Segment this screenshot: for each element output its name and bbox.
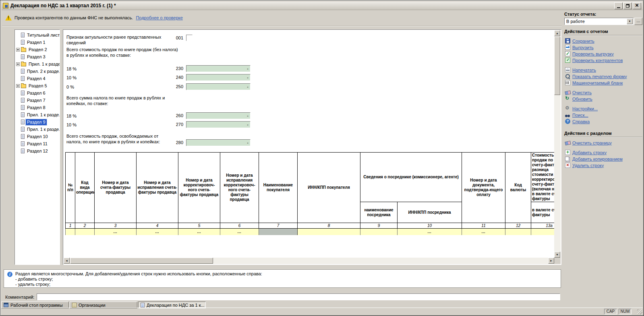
- field-260[interactable]: -: [186, 112, 251, 119]
- col-header-9: наименование посредника: [360, 202, 398, 223]
- cell-1[interactable]: [66, 229, 75, 235]
- status-choose-button[interactable]: [634, 18, 642, 25]
- export-icon: [565, 45, 570, 50]
- report-status-combobox[interactable]: В работе: [564, 18, 634, 25]
- scroll-left-button[interactable]: [64, 258, 70, 264]
- tree-item-pril-1-k-razdelu-8[interactable]: Прил. 1 к разде...: [15, 111, 60, 118]
- tree-item-razdel-8[interactable]: Раздел 8: [15, 104, 60, 111]
- folder-icon: [21, 62, 26, 66]
- col-header-6: Номер и дата исправления корректировоч-н…: [220, 153, 259, 223]
- save-icon: [565, 38, 570, 43]
- horizontal-scroll-thumb[interactable]: [70, 258, 213, 264]
- field-240[interactable]: -: [186, 74, 251, 81]
- cell-11[interactable]: [462, 229, 505, 235]
- cell-12[interactable]: [505, 229, 531, 235]
- col-header-4: Номер и дата исправления счета-фактуры п…: [137, 153, 178, 223]
- chevron-down-icon[interactable]: [627, 19, 633, 24]
- group1-title: Всего стоимость продаж по книге продаж (…: [66, 47, 179, 58]
- cell-9[interactable]: [360, 229, 398, 235]
- vertical-scrollbar[interactable]: [554, 30, 561, 258]
- tree-item-razdel-9[interactable]: Раздел 9: [15, 118, 60, 126]
- horizontal-scrollbar[interactable]: [64, 258, 554, 264]
- action-settings[interactable]: Настройки...: [572, 106, 598, 111]
- tree-item-razdel-2[interactable]: Раздел 2: [15, 46, 60, 53]
- action-add-row[interactable]: Добавить строку: [572, 150, 607, 155]
- tree-item-label: Прил. 1 к разде...: [26, 126, 60, 132]
- col-number: 13а: [531, 223, 555, 229]
- cell-13a[interactable]: [531, 229, 555, 235]
- col-header-8: ИНН/КПП покупателя: [298, 153, 360, 223]
- tree-item-razdel-10[interactable]: Раздел 10: [15, 133, 60, 140]
- action-save[interactable]: Сохранить: [572, 39, 594, 43]
- action-export[interactable]: Выгрузить: [572, 45, 594, 50]
- action-add-row-copy[interactable]: Добавить копированием: [572, 157, 623, 161]
- action-check-upload[interactable]: Проверить выгрузку: [572, 52, 614, 56]
- tab-label: Декларация по НДС за 1 к...: [147, 303, 205, 308]
- folder-icon: [21, 48, 26, 52]
- scroll-up-button[interactable]: [554, 30, 560, 36]
- action-refresh[interactable]: Обновить: [572, 97, 592, 101]
- action-check-contractors[interactable]: Проверить контрагентов: [572, 58, 623, 63]
- tree-item-razdel-5[interactable]: Раздел 5: [15, 82, 60, 89]
- vertical-scroll-thumb[interactable]: [554, 37, 560, 95]
- action-delete-row[interactable]: Удалить строку: [572, 163, 604, 168]
- field-250[interactable]: -: [186, 83, 251, 90]
- col-number: 7: [259, 223, 298, 229]
- field-230[interactable]: -: [186, 65, 251, 72]
- tree-item-razdel-6[interactable]: Раздел 6: [15, 89, 60, 97]
- tree-item-razdel-11[interactable]: Раздел 11: [15, 140, 60, 147]
- field-280[interactable]: -: [186, 139, 251, 146]
- tree-item-razdel-12[interactable]: Раздел 12: [15, 147, 60, 155]
- action-help[interactable]: Справка: [572, 119, 590, 124]
- cell-4[interactable]: [137, 229, 178, 235]
- action-clear-page[interactable]: Очистить страницу: [572, 140, 612, 145]
- warning-details-link[interactable]: Подробнее о проверке: [136, 15, 182, 20]
- expand-icon[interactable]: [16, 48, 20, 52]
- tree-item-razdel-1[interactable]: Раздел 1: [15, 39, 60, 46]
- document-icon: [21, 134, 25, 139]
- resize-grip[interactable]: [637, 309, 642, 314]
- title-bar[interactable]: Декларация по НДС за 1 квартал 2015 г. (…: [2, 2, 642, 10]
- report-icon: [141, 303, 145, 308]
- report-status-value: В работе: [566, 19, 585, 24]
- cell-3[interactable]: [95, 229, 137, 235]
- expand-icon[interactable]: [16, 62, 20, 66]
- tree-item-razdel-7[interactable]: Раздел 7: [15, 97, 60, 104]
- num-indicator: NUM: [619, 309, 632, 314]
- action-show-print-form[interactable]: Показать печатную форму: [572, 74, 627, 79]
- sections-tree: Титульный лист Раздел 1 Раздел 2 Раздел …: [14, 29, 60, 265]
- actuality-field[interactable]: [186, 35, 193, 41]
- action-machine-readable-form[interactable]: Машиночитаемый бланк: [572, 81, 623, 85]
- cell-7-selected[interactable]: [259, 229, 298, 235]
- organizations-icon: [72, 303, 77, 308]
- document-icon: [21, 120, 25, 124]
- tree-item-pril-1-k-razdelu-3[interactable]: Прил. 1 к разде...: [15, 60, 60, 68]
- actuality-label: Признак актуальности ранее представленны…: [66, 34, 176, 45]
- close-button[interactable]: [633, 2, 641, 9]
- tree-item-pril-1-k-razdelu-9[interactable]: Прил. 1 к разде...: [15, 126, 60, 133]
- tree-item-pril-2-k-razdelu-3[interactable]: Прил. 2 к разде...: [15, 68, 60, 75]
- action-clear[interactable]: Очистить: [572, 90, 592, 95]
- field-270[interactable]: -: [186, 121, 251, 128]
- minimize-button[interactable]: [614, 2, 623, 9]
- cell-6[interactable]: [220, 229, 259, 235]
- scroll-down-button[interactable]: [554, 252, 560, 258]
- cell-10[interactable]: [398, 229, 462, 235]
- comment-input[interactable]: [37, 293, 560, 300]
- scroll-right-button[interactable]: [548, 258, 554, 264]
- tree-item-titulnyi-list[interactable]: Титульный лист: [15, 31, 60, 39]
- tree-item-label: Раздел 6: [26, 90, 47, 96]
- rate-label: 0 %: [66, 84, 74, 90]
- restore-button[interactable]: [623, 2, 632, 9]
- tree-item-razdel-3[interactable]: Раздел 3: [15, 53, 60, 60]
- tree-item-razdel-4[interactable]: Раздел 4: [15, 75, 60, 82]
- cell-8[interactable]: [298, 229, 360, 235]
- warning-icon: [5, 15, 12, 21]
- col-header-10: ИНН/КПП посредника: [398, 202, 462, 223]
- app-window: Декларация по НДС за 1 квартал 2015 г. (…: [0, 0, 644, 316]
- action-print[interactable]: Напечатать: [572, 68, 596, 72]
- cell-5[interactable]: [178, 229, 220, 235]
- expand-icon[interactable]: [16, 84, 20, 88]
- action-search[interactable]: Поиск...: [572, 113, 588, 118]
- cell-2[interactable]: [75, 229, 95, 235]
